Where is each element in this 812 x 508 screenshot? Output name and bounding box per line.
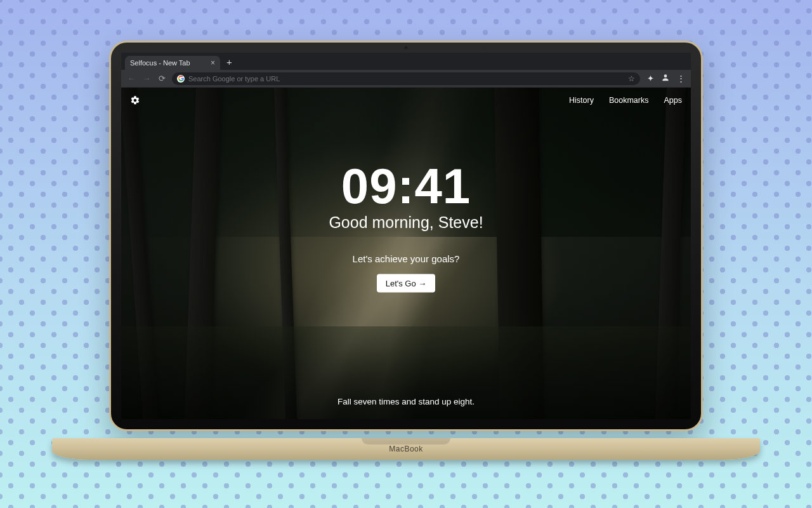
nav-link-apps[interactable]: Apps [664,96,683,105]
settings-gear-icon[interactable] [130,95,140,105]
omnibox[interactable]: ☆ [172,72,640,85]
bookmark-star-icon[interactable]: ☆ [628,74,635,83]
browser-tab-title: Selfocus - New Tab [130,59,190,67]
browser-toolbar: ← → ⟳ ☆ ✦ ⋮ [121,70,691,88]
new-tab-page: History Bookmarks Apps 09:41 Good mornin… [121,88,691,419]
laptop-brand-label: MacBook [52,444,760,453]
extensions-icon[interactable]: ✦ [645,74,655,83]
new-tab-button[interactable]: + [226,57,232,67]
google-icon [177,75,185,83]
top-nav-links: History Bookmarks Apps [569,96,682,105]
nav-link-bookmarks[interactable]: Bookmarks [609,96,649,105]
subheading-text: Let's achieve your goals? [353,253,460,264]
lets-go-button[interactable]: Let's Go → [377,274,436,293]
laptop-mockup: Selfocus - New Tab × + ← → ⟳ ☆ ✦ [109,41,703,460]
laptop-camera [404,46,408,50]
clock-display: 09:41 [341,161,471,211]
nav-link-history[interactable]: History [569,96,594,105]
laptop-base: MacBook [52,438,760,460]
back-icon[interactable]: ← [126,74,136,83]
svg-point-0 [664,74,667,77]
laptop-notch [362,438,450,444]
browser-tabstrip: Selfocus - New Tab × + [121,53,691,70]
laptop-lid: Selfocus - New Tab × + ← → ⟳ ☆ ✦ [109,41,703,431]
quote-text: Fall seven times and stand up eight. [121,397,691,406]
greeting-text: Good morning, Steve! [329,213,483,232]
center-content: 09:41 Good morning, Steve! Let's achieve… [121,161,691,293]
browser-tab[interactable]: Selfocus - New Tab × [125,56,220,70]
reload-icon[interactable]: ⟳ [157,74,167,83]
profile-icon[interactable] [660,73,671,84]
laptop-screen: Selfocus - New Tab × + ← → ⟳ ☆ ✦ [121,53,691,419]
kebab-menu-icon[interactable]: ⋮ [676,74,686,83]
omnibox-input[interactable] [188,75,624,83]
forward-icon[interactable]: → [141,74,152,83]
close-tab-icon[interactable]: × [211,59,215,67]
page-overlay: History Bookmarks Apps 09:41 Good mornin… [121,88,691,419]
